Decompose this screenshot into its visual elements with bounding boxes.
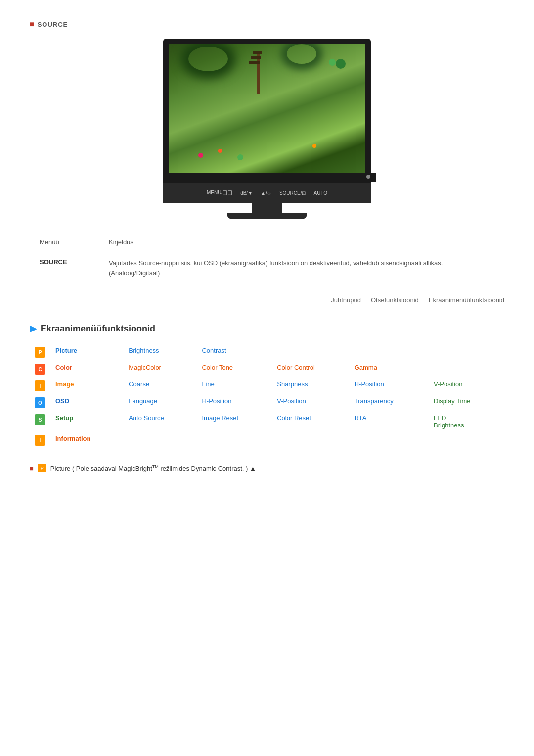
- magiccolor-item[interactable]: MagicColor: [129, 364, 161, 371]
- vpos-image-item[interactable]: V-Position: [434, 380, 463, 388]
- gamma-cell: Gamma: [350, 361, 429, 378]
- setup-icon-cell: S: [30, 411, 50, 432]
- feature-row-picture: P Picture Brightness Contrast: [30, 344, 504, 361]
- image-name[interactable]: Image: [55, 380, 74, 388]
- table-header: Menüü Kirjeldus: [40, 238, 494, 249]
- setup-icon: S: [35, 414, 45, 425]
- tab-osd-functions[interactable]: Ekraanimenüüfunktsioonid: [429, 296, 504, 304]
- feature-table: P Picture Brightness Contrast C Color: [30, 344, 504, 449]
- brightness-button-label[interactable]: ▲/☼: [261, 190, 271, 196]
- monitor-bezel: [169, 173, 376, 182]
- monitor-controls: MENU/囗囗 dB/▼ ▲/☼ SOURCE/⊡ AUTO: [163, 183, 371, 203]
- brightness-item[interactable]: Brightness: [129, 347, 159, 354]
- monitor-illustration: MENU/囗囗 dB/▼ ▲/☼ SOURCE/⊡ AUTO: [30, 39, 504, 219]
- color-empty: [429, 361, 504, 378]
- colorreset-item[interactable]: Color Reset: [277, 414, 311, 422]
- feature-row-information: i Information: [30, 432, 504, 449]
- setup-name-cell: Setup: [50, 411, 124, 432]
- table-row: SOURCE Vajutades Source-nuppu siis, kui …: [40, 254, 494, 282]
- feature-row-image: I Image Coarse Fine Sharpness H-Position…: [30, 378, 504, 394]
- transparency-cell: Transparency: [350, 394, 429, 411]
- monitor-frame: [163, 39, 371, 183]
- monitor-neck: [252, 203, 282, 213]
- osd-name[interactable]: OSD: [55, 397, 69, 405]
- hpos-image-item[interactable]: H-Position: [355, 380, 384, 388]
- picture-name-cell: Picture: [50, 344, 124, 361]
- osd-icon: O: [35, 397, 45, 408]
- imagereset-cell: Image Reset: [197, 411, 272, 432]
- colorreset-cell: Color Reset: [272, 411, 349, 432]
- image-icon: I: [35, 380, 45, 391]
- feature-row-setup: S Setup Auto Source Image Reset Color Re…: [30, 411, 504, 432]
- sharpness-item[interactable]: Sharpness: [277, 380, 308, 388]
- color-name[interactable]: Color: [55, 364, 72, 371]
- brightness-cell: Brightness: [124, 344, 197, 361]
- fine-cell: Fine: [197, 378, 272, 394]
- note-red-icon: ■: [30, 465, 34, 472]
- monitor-base: [227, 213, 307, 219]
- colorcontrol-cell: Color Control: [272, 361, 349, 378]
- language-cell: Language: [124, 394, 197, 411]
- info-icon: i: [35, 435, 45, 446]
- displaytime-item[interactable]: Display Time: [434, 397, 470, 405]
- note-orange-icon: P: [38, 464, 46, 472]
- col-header-description: Kirjeldus: [109, 238, 134, 246]
- button-bar: MENU/囗囗 dB/▼ ▲/☼ SOURCE/⊡ AUTO: [207, 189, 327, 196]
- coarse-item[interactable]: Coarse: [129, 380, 149, 388]
- nav-tabs: Juhtnupud Otsefunktsioonid Ekraanimenüüf…: [30, 296, 504, 308]
- info-name-cell: Information: [50, 432, 124, 449]
- vpos-osd-cell: V-Position: [272, 394, 349, 411]
- tab-direct-functions[interactable]: Otsefunktsioonid: [371, 296, 419, 304]
- setup-name[interactable]: Setup: [55, 414, 73, 422]
- monitor-screen: [169, 44, 365, 173]
- image-icon-cell: I: [30, 378, 50, 394]
- gamma-item[interactable]: Gamma: [355, 364, 377, 371]
- contrast-cell: Contrast: [197, 344, 272, 361]
- hpos-osd-item[interactable]: H-Position: [202, 397, 231, 405]
- tm-superscript: TM: [152, 464, 159, 469]
- colortone-cell: Color Tone: [197, 361, 272, 378]
- tab-controls[interactable]: Juhtnupud: [331, 296, 361, 304]
- pic-empty1: [272, 344, 349, 361]
- menu-button-label[interactable]: MENU/囗囗: [207, 189, 232, 196]
- pic-empty2: [350, 344, 429, 361]
- rta-item[interactable]: RTA: [355, 414, 367, 422]
- note-text1: Picture ( Pole saadaval MagicBright: [50, 465, 152, 472]
- source-label: SOURCE: [38, 21, 68, 28]
- info-empty: [124, 432, 504, 449]
- db-button-label[interactable]: dB/▼: [240, 190, 253, 196]
- imagereset-item[interactable]: Image Reset: [202, 414, 238, 422]
- led-brightness-cell: LEDBrightness: [429, 411, 504, 432]
- contrast-item[interactable]: Contrast: [202, 347, 226, 354]
- autosource-item[interactable]: Auto Source: [129, 414, 164, 422]
- source-icon: ■: [30, 20, 35, 29]
- power-led: [366, 175, 370, 179]
- info-icon-cell: i: [30, 432, 50, 449]
- fine-item[interactable]: Fine: [202, 380, 214, 388]
- language-item[interactable]: Language: [129, 397, 157, 405]
- feature-row-color: C Color MagicColor Color Tone Color Cont…: [30, 361, 504, 378]
- colortone-item[interactable]: Color Tone: [202, 364, 233, 371]
- displaytime-cell: Display Time: [429, 394, 504, 411]
- picture-name[interactable]: Picture: [55, 347, 77, 354]
- coarse-cell: Coarse: [124, 378, 197, 394]
- autosource-cell: Auto Source: [124, 411, 197, 432]
- information-name[interactable]: Information: [55, 435, 91, 442]
- auto-button-label[interactable]: AUTO: [313, 190, 327, 196]
- picture-icon-cell: P: [30, 344, 50, 361]
- vpos-osd-item[interactable]: V-Position: [277, 397, 306, 405]
- section-heading: ▶ Ekraanimenüüfunktsioonid: [30, 323, 504, 334]
- hpos-image-cell: H-Position: [350, 378, 429, 394]
- pic-empty3: [429, 344, 504, 361]
- description-table: Menüü Kirjeldus SOURCE Vajutades Source-…: [30, 238, 504, 282]
- source-button-label[interactable]: SOURCE/⊡: [279, 190, 306, 196]
- note-text2: režiimides Dynamic Contrast. ) ▲: [159, 465, 256, 472]
- transparency-item[interactable]: Transparency: [355, 397, 394, 405]
- col-header-menu: Menüü: [40, 238, 109, 246]
- colorcontrol-item[interactable]: Color Control: [277, 364, 315, 371]
- magiccolor-cell: MagicColor: [124, 361, 197, 378]
- color-icon: C: [35, 364, 45, 375]
- picture-icon: P: [35, 347, 45, 358]
- led-brightness-item[interactable]: LEDBrightness: [434, 414, 464, 429]
- osd-name-cell: OSD: [50, 394, 124, 411]
